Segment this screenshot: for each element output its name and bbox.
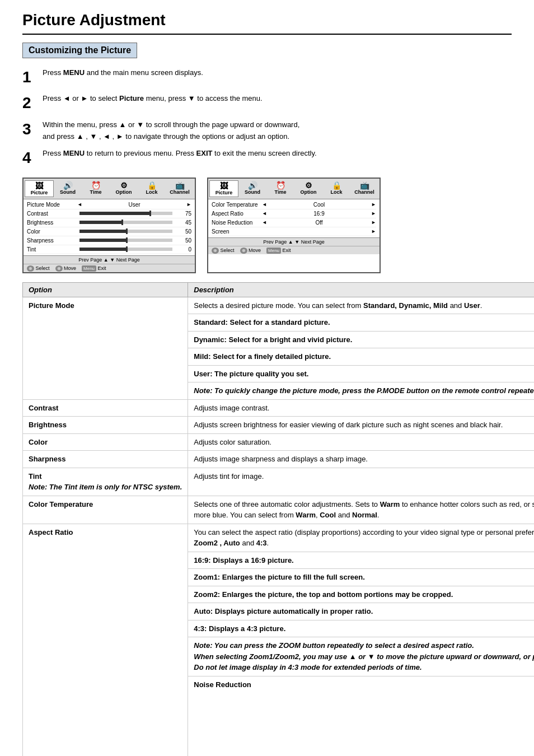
steps-container: 1 Press MENU and the main menu screen di… (22, 67, 512, 169)
option-aspect-ratio: Aspect Ratio (23, 524, 188, 756)
menu-row-brightness: Brightness 45 (27, 218, 191, 227)
col-description: Description (188, 282, 534, 297)
row-color-temperature: Color Temperature Selects one of three a… (23, 496, 535, 524)
menu-footer-1: Prev Page ▲ ▼ Next Page (24, 255, 195, 264)
menu-row-sharpness: Sharpness 50 (27, 236, 191, 245)
row-contrast: Contrast Adjusts image contrast. (23, 399, 535, 417)
desc-aspect-ratio-4: Zoom2: Enlarges the picture, the top and… (188, 586, 534, 603)
menu-tab-channel-1: 📺 Channel (166, 180, 194, 197)
desc-brightness: Adjusts screen brightness for easier vie… (188, 417, 534, 434)
option-brightness: Brightness (23, 417, 188, 434)
option-color: Color (23, 433, 188, 451)
menu-footer-buttons-1: ⊕ Select ⊕ Move Menu Exit (24, 264, 195, 272)
desc-aspect-ratio-6: 4:3: Displays a 4:3 picture. (188, 620, 534, 637)
desc-aspect-ratio-2: 16:9: Displays a 16:9 picture. (188, 552, 534, 569)
row-color: Color Adjusts color saturation. (23, 433, 535, 451)
menu-row-picturemode: Picture Mode ◄ User ► (27, 200, 191, 209)
menu-row-noisereduction: Noise Reduction ◄ Off ► (212, 218, 376, 227)
menu-tab-time-2: ⏰ Time (266, 180, 294, 197)
desc-picture-mode-5: User: The picture quality you set. (188, 365, 534, 382)
desc-picture-mode-3: Dynamic: Select for a bright and vivid p… (188, 331, 534, 348)
desc-picture-mode-2: Standard: Select for a standard picture. (188, 314, 534, 332)
desc-aspect-ratio-5: Auto: Displays picture automatically in … (188, 603, 534, 620)
menu-screenshots: 🖼 Picture 🔊 Sound ⏰ Time ⚙ Option 🔒 Lock… (22, 178, 512, 273)
step-3-text: Within the menu, press ▲ or ▼ to scroll … (43, 119, 512, 143)
desc-aspect-ratio-3: Zoom1: Enlarges the picture to fill the … (188, 569, 534, 586)
menu-tab-sound-1: 🔊 Sound (54, 180, 82, 197)
menu-row-colortemp: Color Temperature ◄ Cool ► (212, 200, 376, 209)
desc-color-temperature: Selects one of three automatic color adj… (188, 496, 534, 524)
step-2-num: 2 (22, 93, 39, 113)
options-table: Option Description Picture Mode Selects … (22, 282, 534, 756)
step-3-num: 3 (22, 119, 39, 139)
row-sharpness: Sharpness Adjusts image sharpness and di… (23, 451, 535, 468)
menu-tab-sound-2: 🔊 Sound (238, 180, 266, 197)
menu-tab-picture-2: 🖼 Picture (209, 180, 238, 197)
menu-tab-option-1: ⚙ Option (110, 180, 138, 197)
step-2-text: Press ◄ or ► to select Picture menu, pre… (43, 93, 512, 105)
menu-rows-2: Color Temperature ◄ Cool ► Aspect Ratio … (208, 199, 380, 237)
row-picture-mode-1: Picture Mode Selects a desired picture m… (23, 297, 535, 314)
option-tint: TintNote: The Tint item is only for NTSC… (23, 468, 188, 496)
desc-picture-mode-note: Note: To quickly change the picture mode… (188, 382, 534, 400)
menu-row-aspectratio: Aspect Ratio ◄ 16:9 ► (212, 209, 376, 218)
step-4: 4 Press MENU to return to previous menu.… (22, 148, 512, 168)
step-1-num: 1 (22, 67, 39, 87)
menu-row-contrast: Contrast 75 (27, 209, 191, 218)
step-3: 3 Within the menu, press ▲ or ▼ to scrol… (22, 119, 512, 143)
option-contrast: Contrast (23, 399, 188, 417)
row-aspect-ratio-1: Aspect Ratio You can select the aspect r… (23, 524, 535, 552)
step-4-num: 4 (22, 148, 39, 168)
step-1: 1 Press MENU and the main menu screen di… (22, 67, 512, 87)
desc-aspect-ratio-1: You can select the aspect ratio (display… (188, 524, 534, 552)
menu-row-screen: Screen ► (212, 227, 376, 236)
menu-row-color: Color 50 (27, 227, 191, 236)
desc-aspect-ratio-note1: Note: You can press the ZOOM button repe… (188, 637, 534, 676)
menu-tab-time-1: ⏰ Time (82, 180, 110, 197)
menu-row-tint: Tint 0 (27, 245, 191, 254)
menu-footer-buttons-2: ⊕ Select ⊕ Move Menu Exit (208, 246, 380, 254)
step-1-text: Press MENU and the main menu screen disp… (43, 67, 512, 79)
desc-color: Adjusts color saturation. (188, 433, 534, 451)
menu-box-1: 🖼 Picture 🔊 Sound ⏰ Time ⚙ Option 🔒 Lock… (22, 178, 196, 273)
desc-tint: Adjusts tint for image. (188, 468, 534, 496)
menu-tab-picture-1: 🖼 Picture (25, 180, 54, 197)
menu-tab-option-2: ⚙ Option (294, 180, 322, 197)
menu-tab-lock-2: 🔒 Lock (322, 180, 350, 197)
desc-contrast: Adjusts image contrast. (188, 399, 534, 417)
menu-tab-channel-2: 📺 Channel (350, 180, 378, 197)
page-title: Picture Adjustment (22, 11, 512, 35)
row-tint: TintNote: The Tint item is only for NTSC… (23, 468, 535, 496)
menu-box-2: 🖼 Picture 🔊 Sound ⏰ Time ⚙ Option 🔒 Lock… (207, 178, 381, 273)
menu-tab-lock-1: 🔒 Lock (138, 180, 166, 197)
desc-picture-mode-4: Mild: Select for a finely detailed pictu… (188, 348, 534, 366)
section-title: Customizing the Picture (22, 43, 137, 58)
step-4-text: Press MENU to return to previous menu. P… (43, 148, 512, 160)
option-sharpness: Sharpness (23, 451, 188, 468)
row-brightness: Brightness Adjusts screen brightness for… (23, 417, 535, 434)
desc-sharpness: Adjusts image sharpness and displays a s… (188, 451, 534, 468)
menu-rows-1: Picture Mode ◄ User ► Contrast 75 Bright… (24, 199, 195, 255)
option-color-temperature: Color Temperature (23, 496, 188, 524)
option-picture-mode: Picture Mode (23, 297, 188, 399)
menu-header-2: 🖼 Picture 🔊 Sound ⏰ Time ⚙ Option 🔒 Lock… (208, 179, 380, 199)
menu-header-1: 🖼 Picture 🔊 Sound ⏰ Time ⚙ Option 🔒 Lock… (24, 179, 195, 199)
desc-picture-mode-1: Selects a desired picture mode. You can … (188, 297, 534, 314)
option-noise-reduction: Noise Reduction (188, 676, 534, 756)
step-2: 2 Press ◄ or ► to select Picture menu, p… (22, 93, 512, 113)
menu-footer-2: Prev Page ▲ ▼ Next Page (208, 237, 380, 246)
col-option: Option (23, 282, 188, 297)
